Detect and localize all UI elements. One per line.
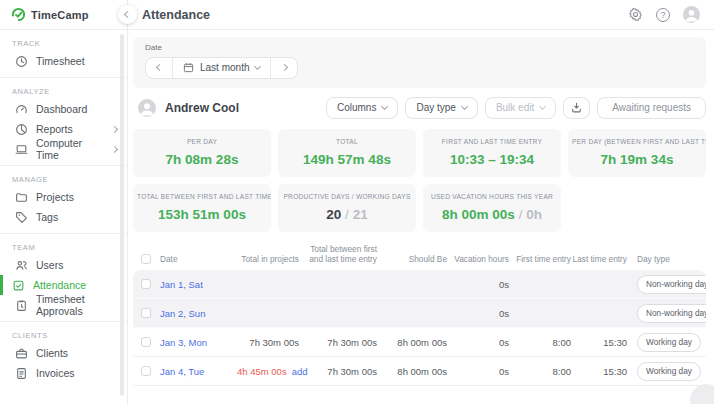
total-between-cell: 7h 30m 00s bbox=[299, 366, 377, 377]
sidebar-item-reports[interactable]: Reports bbox=[0, 119, 127, 139]
sidebar-item-label: Users bbox=[36, 259, 63, 271]
user-avatar[interactable] bbox=[683, 6, 700, 23]
table-row[interactable]: Jan 4, Tue 4h 45m 00sadd 7h 30m 00s 8h 0… bbox=[133, 357, 706, 386]
sidebar: TimeCamp TRACK Timesheet ANALYZE Dashboa… bbox=[0, 0, 128, 404]
day-type-button-label: Day type bbox=[416, 102, 455, 113]
sidebar-scrollbar[interactable] bbox=[120, 34, 124, 396]
stat-value-sub: 0h bbox=[526, 207, 542, 222]
column-label-first-entry: First time entry bbox=[509, 254, 571, 264]
should-be-cell: 8h 00m 00s bbox=[377, 337, 447, 348]
sidebar-item-timesheet[interactable]: Timesheet bbox=[0, 51, 127, 71]
stat-card-used-vacation: USED VACATION HOURS THIS YEAR 8h 00m 00s… bbox=[423, 184, 561, 232]
person-name: Andrew Cool bbox=[165, 101, 239, 115]
sidebar-item-clients[interactable]: Clients bbox=[0, 343, 127, 363]
select-all-checkbox[interactable] bbox=[141, 254, 151, 264]
sidebar-item-label: Timesheet bbox=[36, 55, 85, 67]
laptop-icon bbox=[15, 143, 28, 156]
app: TimeCamp TRACK Timesheet ANALYZE Dashboa… bbox=[0, 0, 714, 404]
stat-value-main: 8h 00m 00s bbox=[442, 207, 515, 222]
date-range-dropdown[interactable]: Last month bbox=[172, 58, 271, 78]
bulk-edit-button-label: Bulk edit bbox=[496, 102, 534, 113]
date-range-value: Last month bbox=[200, 62, 249, 73]
download-icon bbox=[570, 101, 583, 114]
sidebar-item-tags[interactable]: Tags bbox=[0, 207, 127, 227]
date-cell: Jan 3, Mon bbox=[141, 337, 237, 348]
sidebar-section-clients: CLIENTS bbox=[12, 331, 115, 340]
day-type-cell: Non-working day bbox=[627, 275, 706, 294]
sidebar-item-computer-time[interactable]: Computer Time bbox=[0, 139, 127, 159]
day-type-badge[interactable]: Working day bbox=[637, 362, 701, 381]
divider bbox=[0, 165, 127, 166]
day-type-button[interactable]: Day type bbox=[405, 97, 477, 119]
vacation-hours-cell: 0s bbox=[447, 337, 509, 348]
columns-button[interactable]: Columns bbox=[326, 97, 398, 119]
date-link[interactable]: Jan 2, Sun bbox=[160, 308, 205, 319]
stats-row-1: PER DAY 7h 08m 28s TOTAL 149h 57m 48s FI… bbox=[133, 129, 706, 177]
date-link[interactable]: Jan 4, Tue bbox=[160, 366, 204, 377]
table-header-date: Date bbox=[141, 254, 237, 264]
sidebar-item-dashboard[interactable]: Dashboard bbox=[0, 99, 127, 119]
day-type-badge[interactable]: Working day bbox=[637, 333, 701, 352]
sidebar-item-attendance[interactable]: Attendance bbox=[0, 275, 127, 295]
last-entry-cell: 15:30 bbox=[571, 337, 627, 348]
help-icon[interactable]: ? bbox=[656, 8, 670, 22]
stat-label: FIRST AND LAST TIME ENTRY bbox=[427, 138, 557, 145]
attendance-checkbox-icon bbox=[12, 279, 25, 292]
row-checkbox[interactable] bbox=[141, 279, 151, 289]
stat-card-first-last: FIRST AND LAST TIME ENTRY 10:33 – 19:34 bbox=[423, 129, 561, 177]
sidebar-item-label: Invoices bbox=[36, 367, 75, 379]
date-link[interactable]: Jan 1, Sat bbox=[160, 279, 203, 290]
row-checkbox[interactable] bbox=[141, 308, 151, 318]
sidebar-collapse-button[interactable] bbox=[118, 5, 137, 24]
reports-icon bbox=[15, 123, 28, 136]
prev-period-button[interactable] bbox=[146, 58, 172, 78]
awaiting-requests-button[interactable]: Awaiting requests bbox=[597, 97, 706, 119]
sidebar-item-label: Dashboard bbox=[36, 103, 87, 115]
table-row[interactable]: Jan 3, Mon 7h 30m 00s 7h 30m 00s 8h 00m … bbox=[133, 328, 706, 357]
stat-value: 7h 08m 28s bbox=[137, 152, 267, 167]
stat-value: 20 / 21 bbox=[282, 207, 412, 222]
row-checkbox[interactable] bbox=[141, 366, 151, 376]
table-header: Date Total in projects Total between fir… bbox=[133, 244, 706, 271]
stat-card-per-day-between: PER DAY (BETWEEN FIRST AND LAST TIME ENT… bbox=[568, 129, 706, 177]
date-link[interactable]: Jan 3, Mon bbox=[160, 337, 207, 348]
row-checkbox[interactable] bbox=[141, 337, 151, 347]
sidebar-item-label: Reports bbox=[36, 123, 73, 135]
should-be-cell: 8h 00m 00s bbox=[377, 366, 447, 377]
table-row[interactable]: Jan 1, Sat 0s Non-working day bbox=[133, 270, 706, 299]
last-entry-cell: 15:30 bbox=[571, 366, 627, 377]
date-cell: Jan 4, Tue bbox=[141, 366, 237, 377]
calendar-icon bbox=[183, 62, 194, 73]
timecamp-logo-icon bbox=[11, 7, 26, 22]
stat-card-total: TOTAL 149h 57m 48s bbox=[278, 129, 416, 177]
date-cell: Jan 1, Sat bbox=[141, 279, 237, 290]
tag-icon bbox=[15, 211, 28, 224]
day-type-badge[interactable]: Non-working day bbox=[637, 275, 706, 294]
sidebar-item-projects[interactable]: Projects bbox=[0, 187, 127, 207]
chevron-down-icon bbox=[381, 103, 388, 110]
day-type-cell: Working day bbox=[627, 333, 701, 352]
sidebar-item-invoices[interactable]: Invoices bbox=[0, 363, 127, 383]
sidebar-section-team: TEAM bbox=[12, 243, 115, 252]
vacation-hours-cell: 0s bbox=[447, 279, 509, 290]
date-cell: Jan 2, Sun bbox=[141, 308, 237, 319]
total-projects-cell: 7h 30m 00s bbox=[237, 337, 299, 348]
sidebar-item-users[interactable]: Users bbox=[0, 255, 127, 275]
bulk-edit-button[interactable]: Bulk edit bbox=[485, 97, 556, 119]
total-between-cell: 7h 30m 00s bbox=[299, 337, 377, 348]
export-button[interactable] bbox=[563, 97, 590, 119]
chevron-down-icon bbox=[254, 63, 261, 70]
stat-card-productive-days: PRODUCTIVE DAYS / WORKING DAYS 20 / 21 bbox=[278, 184, 416, 232]
topbar-actions: ? bbox=[628, 6, 700, 23]
chevron-down-icon bbox=[539, 103, 546, 110]
folder-icon bbox=[15, 191, 28, 204]
stat-label: TOTAL bbox=[282, 138, 412, 145]
day-type-badge[interactable]: Non-working day bbox=[637, 304, 706, 323]
stat-card-per-day: PER DAY 7h 08m 28s bbox=[133, 129, 271, 177]
table-row[interactable]: Jan 2, Sun 0s Non-working day bbox=[133, 299, 706, 328]
stat-label: TOTAL BETWEEN FIRST AND LAST TIME ENTRY bbox=[137, 193, 267, 200]
settings-gear-icon[interactable] bbox=[628, 7, 643, 22]
sidebar-item-timesheet-approvals[interactable]: Timesheet Approvals bbox=[0, 295, 127, 315]
next-period-button[interactable] bbox=[271, 58, 297, 78]
stats-empty-cell bbox=[568, 184, 706, 232]
